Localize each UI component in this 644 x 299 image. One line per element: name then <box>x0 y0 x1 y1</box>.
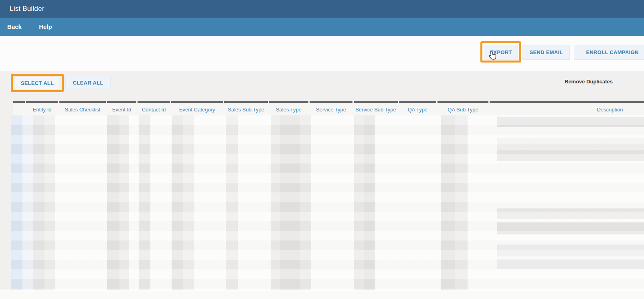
redacted-description-bar <box>497 208 644 219</box>
redacted-column-block <box>33 115 45 290</box>
table-header-row: Entity Id Sales Checklist Event Id Conta… <box>13 101 644 115</box>
table-body-redacted[interactable] <box>11 115 644 290</box>
column-header-description[interactable]: Description <box>490 101 644 115</box>
redacted-description-bar <box>497 259 644 269</box>
column-header-qa-type[interactable]: QA Type <box>399 101 436 115</box>
select-column-redacted <box>11 115 22 290</box>
redacted-column-block <box>139 115 150 290</box>
nav-help-button[interactable]: Help <box>29 18 62 36</box>
redacted-column-block <box>280 115 300 290</box>
page-title: List Builder <box>10 5 45 13</box>
column-header-event-category[interactable]: Event Category <box>171 101 223 115</box>
redacted-column-block <box>119 115 129 290</box>
redacted-description-bar <box>497 150 644 161</box>
redacted-description-bar <box>497 222 644 234</box>
enroll-campaign-button[interactable]: ENROLL CAMPAIGN <box>574 45 644 60</box>
redacted-column-block <box>441 115 455 290</box>
navbar: Back Help <box>0 18 644 36</box>
nav-back-label: Back <box>7 23 22 30</box>
redacted-column-block <box>22 115 33 290</box>
column-header-service-type[interactable]: Service Type <box>310 101 352 115</box>
redacted-column-block <box>226 115 238 290</box>
redacted-column-block <box>271 115 311 290</box>
redacted-column-block <box>364 115 375 290</box>
panel-footer <box>0 290 644 299</box>
column-header-sales-sub-type[interactable]: Sales Sub Type <box>224 101 268 115</box>
column-header-contact-id[interactable]: Contact Id <box>138 101 170 115</box>
redacted-column-block <box>172 115 183 290</box>
remove-duplicates-label[interactable]: Remove Duplicates <box>565 79 617 85</box>
column-header-sales-type[interactable]: Sales Type <box>269 101 308 115</box>
column-header-event-id[interactable]: Event Id <box>107 101 136 115</box>
column-header-sales-checklist[interactable]: Sales Checklist <box>59 101 106 115</box>
titlebar: List Builder <box>0 0 644 18</box>
nav-back-button[interactable]: Back <box>0 18 29 36</box>
column-header-select <box>13 101 25 115</box>
nav-help-label: Help <box>39 23 52 30</box>
redacted-column-block <box>354 115 375 290</box>
export-button[interactable]: EXPORT <box>484 45 518 60</box>
redacted-column-block <box>107 115 119 290</box>
clear-all-button[interactable]: CLEAR ALL <box>65 76 111 89</box>
redacted-description-bar <box>497 138 644 149</box>
redacted-column-block <box>455 115 468 290</box>
redacted-column-block <box>45 115 55 290</box>
redacted-description-bar <box>497 117 644 127</box>
column-header-entity-id[interactable]: Entity Id <box>26 101 58 115</box>
redacted-column-block <box>183 115 194 290</box>
column-header-service-sub-type[interactable]: Service Sub Type <box>354 101 398 115</box>
redacted-description-bar <box>497 244 644 257</box>
send-email-button[interactable]: SEND EMAIL <box>522 45 570 60</box>
select-all-button[interactable]: SELECT ALL <box>15 77 60 89</box>
column-header-qa-sub-type[interactable]: QA Sub Type <box>437 101 488 115</box>
